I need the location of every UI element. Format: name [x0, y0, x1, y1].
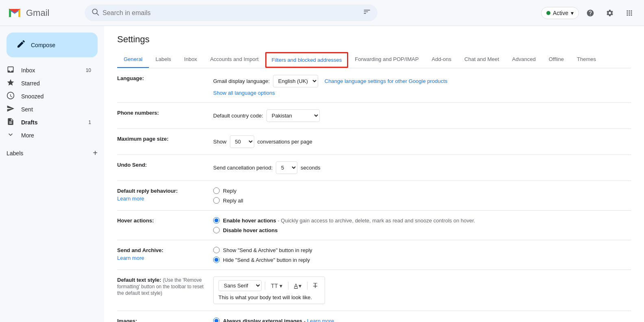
search-bar	[85, 4, 378, 21]
compose-button[interactable]: Compose	[7, 33, 98, 57]
language-content: Gmail display language: English (UK) Eng…	[213, 75, 631, 96]
default-reply-label-text: Default reply behaviour:	[117, 188, 178, 194]
send-archive-row: Send and Archive: Learn more Show "Send …	[117, 240, 631, 270]
gmail-logo: Gmail	[7, 5, 80, 21]
sidebar-item-snoozed[interactable]: Snoozed	[0, 90, 98, 103]
settings-button[interactable]	[602, 5, 618, 21]
phone-content: Default country code: Pakistan United St…	[213, 109, 631, 122]
active-status[interactable]: Active ▾	[541, 7, 579, 19]
always-display-radio-item[interactable]: Always display external images - Learn m…	[213, 318, 631, 322]
tab-addons[interactable]: Add-ons	[425, 51, 458, 68]
hover-actions-row: Hover actions: Enable hover actions - Qu…	[117, 211, 631, 240]
body-text-preview: This is what your body text will look li…	[218, 294, 320, 300]
default-reply-learn-more[interactable]: Learn more	[117, 196, 207, 202]
disable-hover-radio[interactable]	[213, 227, 220, 233]
sidebar-item-starred[interactable]: Starred	[0, 77, 98, 90]
tab-filters[interactable]: Filters and blocked addresses	[265, 52, 349, 68]
sidebar-item-drafts[interactable]: Drafts 1	[0, 116, 98, 129]
tab-chat[interactable]: Chat and Meet	[458, 51, 506, 68]
search-input[interactable]	[103, 9, 360, 17]
show-send-archive-radio[interactable]	[213, 247, 220, 253]
inbox-icon	[7, 65, 15, 76]
tab-inbox[interactable]: Inbox	[178, 51, 204, 68]
reply-radio[interactable]	[213, 187, 220, 194]
enable-hover-radio[interactable]	[213, 217, 220, 224]
labels-add-button[interactable]: +	[93, 148, 98, 158]
language-select[interactable]: English (UK) English (US) French German	[273, 75, 318, 87]
drafts-icon	[7, 117, 15, 128]
hover-actions-label-text: Hover actions:	[117, 218, 154, 224]
header: Gmail Active ▾	[0, 0, 644, 26]
hide-send-archive-radio-item[interactable]: Hide "Send & Archive" button in reply	[213, 257, 631, 263]
snoozed-icon	[7, 91, 15, 102]
send-archive-label: Send and Archive: Learn more	[117, 247, 207, 261]
phone-label: Phone numbers:	[117, 109, 207, 116]
page-size-content: Show 25 50 100 conversations per page	[213, 135, 631, 148]
sidebar-item-inbox[interactable]: Inbox 10	[0, 64, 98, 77]
default-reply-row: Default reply behaviour: Learn more Repl…	[117, 181, 631, 211]
tab-offline[interactable]: Offline	[542, 51, 570, 68]
language-label: Language:	[117, 75, 207, 81]
tab-forwarding[interactable]: Forwarding and POP/IMAP	[348, 51, 425, 68]
page-size-label: Maximum page size:	[117, 135, 207, 142]
labels-title: Labels	[7, 150, 23, 157]
undo-send-label: Undo Send:	[117, 161, 207, 168]
enable-hover-label: Enable hover actions - Quickly gain acce…	[223, 218, 475, 224]
sidebar-item-more[interactable]: More	[0, 129, 98, 142]
reply-radio-item[interactable]: Reply	[213, 187, 631, 194]
undo-send-content: Send cancellation period: 5 10 20 30 sec…	[213, 161, 631, 174]
reply-all-radio[interactable]	[213, 197, 220, 204]
text-size-button[interactable]: TT ▾	[269, 281, 285, 291]
images-row: Images: Always display external images -…	[117, 311, 631, 322]
language-row-inner: Gmail display language: English (UK) Eng…	[213, 75, 631, 87]
gmail-display-language-label: Gmail display language:	[213, 78, 270, 84]
gmail-logo-icon	[7, 5, 23, 21]
language-row: Language: Gmail display language: Englis…	[117, 68, 631, 103]
search-options-icon[interactable]	[363, 8, 371, 18]
undo-send-select[interactable]: 5 10 20 30	[276, 161, 297, 174]
page-size-select[interactable]: 25 50 100	[230, 135, 254, 148]
sidebar-item-sent[interactable]: Sent	[0, 103, 98, 116]
tab-advanced[interactable]: Advanced	[506, 51, 542, 68]
images-learn-more[interactable]: Learn more	[307, 318, 334, 322]
tab-labels[interactable]: Labels	[149, 51, 177, 68]
hide-send-archive-radio[interactable]	[213, 257, 220, 263]
default-reply-content: Reply Reply all	[213, 187, 631, 204]
send-archive-learn-more[interactable]: Learn more	[117, 255, 207, 261]
text-color-button[interactable]: A ▾	[292, 281, 304, 291]
cancellation-label: Send cancellation period:	[213, 165, 273, 171]
enable-hover-radio-item[interactable]: Enable hover actions - Quickly gain acce…	[213, 217, 631, 224]
undo-send-row: Undo Send: Send cancellation period: 5 1…	[117, 155, 631, 181]
page-size-label-text: Maximum page size:	[117, 136, 168, 142]
hide-send-archive-label: Hide "Send & Archive" button in reply	[223, 257, 310, 263]
images-label: Images:	[117, 318, 207, 322]
change-language-link[interactable]: Change language settings for other Googl…	[325, 78, 448, 84]
tab-general[interactable]: General	[117, 51, 149, 68]
remove-formatting-button[interactable]: T̶	[311, 280, 320, 291]
compose-icon	[16, 39, 26, 51]
sidebar-item-label-more: More	[21, 132, 91, 139]
show-send-archive-radio-item[interactable]: Show "Send & Archive" button in reply	[213, 247, 631, 253]
language-label-text: Language:	[117, 75, 144, 81]
help-button[interactable]	[582, 5, 598, 21]
send-archive-radio-group: Show "Send & Archive" button in reply Hi…	[213, 247, 631, 263]
apps-button[interactable]	[621, 5, 637, 21]
reply-all-radio-item[interactable]: Reply all	[213, 197, 631, 204]
labels-header: Labels +	[0, 145, 104, 161]
show-all-language-link[interactable]: Show all language options	[213, 90, 631, 96]
always-display-radio[interactable]	[213, 318, 220, 322]
tab-themes[interactable]: Themes	[570, 51, 603, 68]
svg-rect-0	[9, 9, 11, 17]
tab-accounts[interactable]: Accounts and Import	[203, 51, 265, 68]
sidebar-drafts-count: 1	[88, 120, 91, 125]
font-select[interactable]: Sans Serif Serif Monospace	[218, 280, 262, 291]
disable-hover-label: Disable hover actions	[223, 227, 277, 233]
default-text-label-text: Default text style:	[117, 277, 161, 283]
disable-hover-radio-item[interactable]: Disable hover actions	[213, 227, 631, 233]
hover-actions-radio-group: Enable hover actions - Quickly gain acce…	[213, 217, 631, 233]
sidebar-inbox-count: 10	[86, 67, 91, 73]
toolbar-divider	[265, 282, 265, 290]
active-label: Active	[553, 10, 568, 16]
sidebar-item-label-drafts: Drafts	[21, 119, 82, 126]
country-select[interactable]: Pakistan United States United Kingdom In…	[266, 109, 320, 122]
